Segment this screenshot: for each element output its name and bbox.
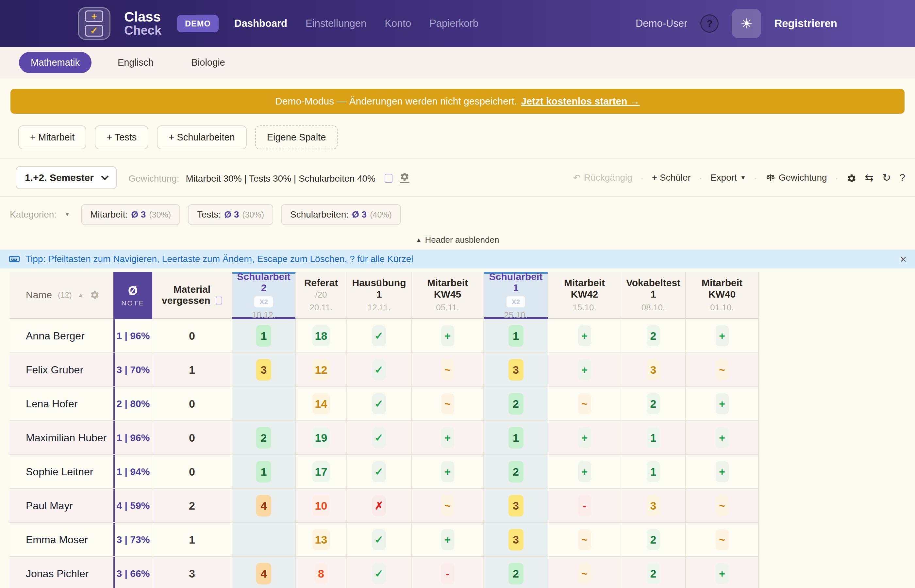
grade-cell[interactable]: 1 bbox=[152, 523, 232, 556]
triangle-down-icon[interactable]: ▼ bbox=[65, 212, 70, 218]
grade-cell[interactable]: 3 bbox=[232, 353, 296, 386]
grade-cell[interactable]: + bbox=[548, 455, 621, 488]
banner-cta-link[interactable]: Jetzt kostenlos starten → bbox=[521, 96, 640, 107]
grade-cell[interactable]: ~ bbox=[686, 523, 759, 556]
grade-column-header[interactable]: Mitarbeit KW40 01.10. bbox=[686, 272, 759, 319]
grade-cell[interactable]: 2 bbox=[484, 455, 548, 488]
grade-cell[interactable]: 1 bbox=[484, 319, 548, 352]
grade-cell[interactable]: 12 bbox=[296, 353, 347, 386]
category-pill-schularbeiten[interactable]: Schularbeiten:Ø 3(40%) bbox=[281, 204, 401, 225]
grade-cell[interactable]: ~ bbox=[686, 353, 759, 386]
grade-cell[interactable]: 19 bbox=[296, 421, 347, 454]
name-column-header[interactable]: Name (12) ▲ bbox=[10, 272, 113, 319]
nav-item-dashboard[interactable]: Dashboard bbox=[234, 18, 287, 29]
add-mitarbeit-button[interactable]: + Mitarbeit bbox=[18, 126, 86, 149]
theme-toggle-button[interactable]: ☀ bbox=[732, 9, 761, 38]
grade-cell[interactable]: 1 bbox=[621, 455, 686, 488]
student-name-cell[interactable]: Anna Berger bbox=[10, 319, 113, 352]
grade-cell[interactable] bbox=[232, 523, 296, 556]
register-link[interactable]: Registrieren bbox=[774, 17, 837, 30]
grade-cell[interactable]: ~ bbox=[548, 557, 621, 588]
category-pill-mitarbeit[interactable]: Mitarbeit:Ø 3(30%) bbox=[81, 204, 180, 225]
student-name-cell[interactable]: Maximilian Huber bbox=[10, 421, 113, 454]
grade-cell[interactable]: 1 bbox=[232, 455, 296, 488]
grade-column-header[interactable]: Vokabeltest 1 08.10. bbox=[621, 272, 686, 319]
column-settings-icon[interactable] bbox=[90, 290, 100, 300]
category-pill-tests[interactable]: Tests:Ø 3(30%) bbox=[188, 204, 273, 225]
grade-cell[interactable]: 3 bbox=[621, 353, 686, 386]
hide-header-toggle[interactable]: ▲ Header ausblenden bbox=[0, 232, 915, 250]
weights-settings-link[interactable] bbox=[400, 172, 409, 183]
student-name-cell[interactable]: Sophie Leitner bbox=[10, 455, 113, 488]
grade-column-header[interactable]: Mitarbeit KW45 05.11. bbox=[412, 272, 484, 319]
grade-cell[interactable]: 10 bbox=[296, 489, 347, 522]
undo-button[interactable]: ↶Rückgängig bbox=[573, 173, 632, 183]
grade-cell[interactable]: ~ bbox=[548, 387, 621, 420]
grade-cell[interactable]: 2 bbox=[484, 557, 548, 588]
grade-cell[interactable]: - bbox=[412, 557, 484, 588]
tab-biologie[interactable]: Biologie bbox=[180, 52, 237, 73]
grade-cell[interactable]: 17 bbox=[296, 455, 347, 488]
tab-mathematik[interactable]: Mathematik bbox=[19, 52, 92, 73]
grade-cell[interactable]: 3 bbox=[484, 523, 548, 556]
nav-item-konto[interactable]: Konto bbox=[385, 18, 411, 29]
grade-cell[interactable]: ✓ bbox=[347, 353, 412, 386]
grade-cell[interactable]: + bbox=[686, 421, 759, 454]
student-name-cell[interactable]: Felix Gruber bbox=[10, 353, 113, 386]
grade-column-header[interactable]: Mitarbeit KW42 15.10. bbox=[548, 272, 621, 319]
add-schularbeiten-button[interactable]: + Schularbeiten bbox=[157, 126, 246, 149]
grade-cell[interactable]: + bbox=[412, 319, 484, 352]
grade-cell[interactable]: ~ bbox=[412, 489, 484, 522]
grade-cell[interactable]: ✓ bbox=[347, 421, 412, 454]
grade-cell[interactable]: 3 bbox=[621, 489, 686, 522]
student-name-cell[interactable]: Paul Mayr bbox=[10, 489, 113, 522]
grade-cell[interactable]: 4 bbox=[232, 489, 296, 522]
grade-cell[interactable]: + bbox=[412, 523, 484, 556]
grade-cell[interactable]: + bbox=[412, 421, 484, 454]
student-name-cell[interactable]: Lena Hofer bbox=[10, 387, 113, 420]
student-name-cell[interactable]: Emma Moser bbox=[10, 523, 113, 556]
grade-cell[interactable]: 8 bbox=[296, 557, 347, 588]
grade-cell[interactable]: 1 bbox=[621, 421, 686, 454]
grade-cell[interactable]: 1 bbox=[484, 421, 548, 454]
grade-cell[interactable]: 2 bbox=[621, 557, 686, 588]
grade-cell[interactable]: - bbox=[548, 489, 621, 522]
grade-cell[interactable]: 2 bbox=[621, 523, 686, 556]
grade-cell[interactable]: + bbox=[686, 557, 759, 588]
grade-cell[interactable]: 13 bbox=[296, 523, 347, 556]
grade-column-header[interactable]: Schularbeit 1 X2 25.10. bbox=[484, 272, 548, 319]
columns-box-icon[interactable] bbox=[385, 174, 393, 183]
grade-cell[interactable]: 2 bbox=[152, 489, 232, 522]
grade-cell[interactable]: 2 bbox=[621, 387, 686, 420]
grade-cell[interactable]: 14 bbox=[296, 387, 347, 420]
grade-cell[interactable]: 3 bbox=[484, 489, 548, 522]
grade-column-header[interactable]: Hausübung 1 12.11. bbox=[347, 272, 412, 319]
grade-cell[interactable]: 2 bbox=[232, 421, 296, 454]
sort-ascending-icon[interactable]: ▲ bbox=[78, 291, 84, 299]
grade-cell[interactable]: 1 bbox=[152, 353, 232, 386]
grade-cell[interactable]: 18 bbox=[296, 319, 347, 352]
export-dropdown[interactable]: Export▼ bbox=[710, 173, 746, 183]
grade-cell[interactable]: + bbox=[548, 319, 621, 352]
tab-englisch[interactable]: Englisch bbox=[106, 52, 165, 73]
grade-cell[interactable]: ~ bbox=[412, 353, 484, 386]
grade-cell[interactable]: 2 bbox=[621, 319, 686, 352]
grade-cell[interactable]: + bbox=[548, 421, 621, 454]
semester-select[interactable]: 1.+2. Semester bbox=[16, 166, 116, 189]
close-icon[interactable]: × bbox=[900, 253, 907, 266]
grade-cell[interactable]: + bbox=[548, 353, 621, 386]
add-tests-button[interactable]: + Tests bbox=[95, 126, 148, 149]
shortcuts-help-button[interactable]: ? bbox=[899, 172, 905, 184]
grade-cell[interactable]: + bbox=[686, 387, 759, 420]
grade-cell[interactable]: 0 bbox=[152, 455, 232, 488]
grade-cell[interactable] bbox=[232, 387, 296, 420]
grade-cell[interactable]: + bbox=[412, 455, 484, 488]
grade-cell[interactable]: 3 bbox=[152, 557, 232, 588]
settings-button[interactable] bbox=[847, 172, 857, 184]
average-column-header[interactable]: Ø NOTE bbox=[113, 272, 152, 319]
grade-cell[interactable]: ~ bbox=[686, 489, 759, 522]
grade-cell[interactable]: ✓ bbox=[347, 387, 412, 420]
grade-cell[interactable]: ✓ bbox=[347, 455, 412, 488]
grade-cell[interactable]: ~ bbox=[548, 523, 621, 556]
app-logo[interactable]: + ✓ bbox=[78, 7, 110, 40]
